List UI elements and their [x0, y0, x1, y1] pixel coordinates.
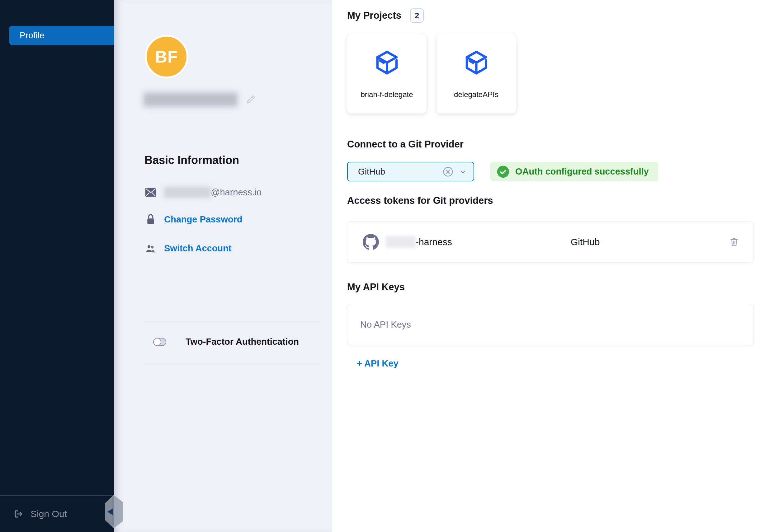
two-factor-toggle[interactable]	[153, 338, 166, 346]
git-provider-select[interactable]: GitHub	[347, 162, 474, 181]
two-factor-label: Two-Factor Authentication	[185, 337, 299, 347]
token-username: -harness	[386, 222, 452, 262]
user-name-redacted	[143, 92, 237, 107]
github-logo-icon	[363, 234, 379, 250]
email-local-part-redacted	[164, 187, 211, 198]
user-name-row	[143, 92, 256, 107]
sign-out-icon	[13, 509, 24, 519]
mail-icon	[145, 188, 157, 197]
sidebar-item-profile-label: Profile	[20, 30, 44, 40]
project-name: brian-f-delegate	[360, 90, 413, 99]
switch-account-row: Switch Account	[145, 243, 231, 254]
sidebar-footer: Sign Out	[0, 495, 114, 532]
sidebar: Profile Sign Out	[0, 0, 114, 532]
divider	[143, 364, 320, 364]
switch-account-link[interactable]: Switch Account	[164, 243, 231, 254]
oauth-status-badge: OAuth configured successfully	[490, 162, 658, 181]
project-name: delegateAPIs	[454, 90, 499, 99]
main-content: My Projects 2 brian-f-delegate	[332, 0, 769, 532]
toggle-knob	[153, 338, 161, 346]
email-domain: @harness.io	[211, 187, 261, 198]
git-provider-title: Connect to a Git Provider	[347, 139, 464, 150]
git-provider-row: GitHub	[347, 162, 658, 181]
api-keys-title: My API Keys	[347, 282, 405, 293]
token-username-redacted	[386, 236, 416, 248]
basic-information-title: Basic Information	[144, 154, 239, 167]
access-token-card: -harness GitHub	[347, 222, 754, 263]
api-keys-empty-card: No API Keys	[347, 304, 754, 345]
my-projects-title: My Projects	[347, 10, 401, 21]
divider	[143, 321, 320, 321]
check-circle-icon	[497, 165, 510, 178]
sign-out-label: Sign Out	[30, 509, 67, 519]
token-provider: GitHub	[571, 222, 600, 262]
profile-panel: BF Basic Information	[114, 0, 332, 532]
delete-token-button[interactable]	[729, 237, 739, 247]
chevron-down-icon[interactable]	[459, 167, 467, 176]
change-password-link[interactable]: Change Password	[164, 214, 242, 225]
sidebar-item-profile[interactable]: Profile	[9, 26, 114, 45]
avatar-initials: BF	[155, 47, 178, 66]
my-projects-header: My Projects 2	[347, 8, 424, 23]
project-cube-icon	[373, 49, 401, 77]
add-api-key-button[interactable]: + API Key	[357, 358, 399, 369]
users-icon	[145, 244, 157, 254]
api-keys-empty-text: No API Keys	[360, 320, 411, 330]
project-card[interactable]: brian-f-delegate	[347, 34, 427, 114]
token-username-suffix: -harness	[416, 237, 452, 247]
access-tokens-title: Access tokens for Git providers	[347, 195, 493, 206]
collapse-left-icon	[107, 508, 113, 515]
clear-selection-icon[interactable]	[443, 166, 454, 177]
lock-icon	[145, 213, 157, 225]
project-cards: brian-f-delegate delegateAPIs	[347, 34, 516, 114]
avatar: BF	[145, 35, 188, 78]
email-row: @harness.io	[145, 187, 261, 198]
project-cube-icon	[462, 49, 491, 77]
project-card[interactable]: delegateAPIs	[437, 34, 516, 114]
change-password-row: Change Password	[145, 213, 242, 225]
project-count-badge: 2	[410, 8, 424, 23]
trash-icon	[729, 244, 739, 248]
user-profile-page: Profile Sign Out BF	[0, 0, 769, 532]
two-factor-row: Two-Factor Authentication	[153, 337, 299, 347]
edit-name-icon[interactable]	[245, 94, 256, 105]
sign-out-button[interactable]: Sign Out	[13, 509, 67, 519]
git-provider-selected-value: GitHub	[358, 167, 443, 177]
oauth-status-text: OAuth configured successfully	[515, 166, 649, 177]
